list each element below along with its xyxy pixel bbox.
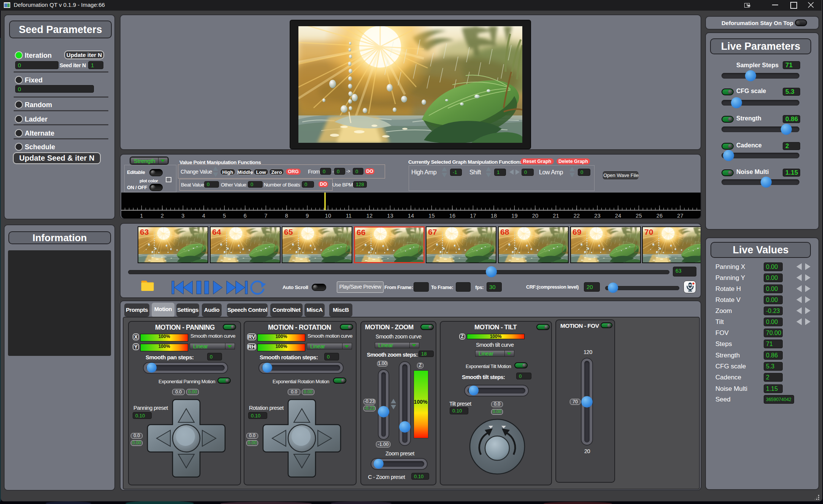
svg-text:16: 16 bbox=[449, 213, 455, 218]
svg-text:24: 24 bbox=[615, 213, 621, 218]
svg-text:27: 27 bbox=[677, 213, 683, 218]
svg-text:2: 2 bbox=[161, 213, 164, 218]
svg-text:22: 22 bbox=[574, 213, 580, 218]
svg-text:3: 3 bbox=[181, 213, 184, 218]
svg-text:11: 11 bbox=[346, 213, 352, 218]
svg-text:17: 17 bbox=[470, 213, 476, 218]
svg-text:25: 25 bbox=[636, 213, 642, 218]
svg-text:10: 10 bbox=[325, 213, 331, 218]
svg-text:23: 23 bbox=[594, 213, 600, 218]
svg-text:8: 8 bbox=[285, 213, 288, 218]
svg-text:14: 14 bbox=[408, 213, 414, 218]
svg-text:26: 26 bbox=[656, 213, 663, 218]
svg-text:7: 7 bbox=[264, 213, 267, 218]
svg-text:4: 4 bbox=[202, 213, 205, 218]
svg-text:9: 9 bbox=[306, 213, 309, 218]
svg-text:1: 1 bbox=[140, 213, 143, 218]
svg-text:13: 13 bbox=[387, 213, 393, 218]
svg-text:20: 20 bbox=[532, 213, 538, 218]
svg-text:19: 19 bbox=[511, 213, 517, 218]
svg-text:18: 18 bbox=[491, 213, 497, 218]
svg-text:5: 5 bbox=[223, 213, 226, 218]
svg-text:6: 6 bbox=[244, 213, 247, 218]
svg-text:12: 12 bbox=[366, 213, 373, 218]
svg-text:15: 15 bbox=[428, 213, 434, 218]
svg-text:21: 21 bbox=[553, 213, 559, 218]
